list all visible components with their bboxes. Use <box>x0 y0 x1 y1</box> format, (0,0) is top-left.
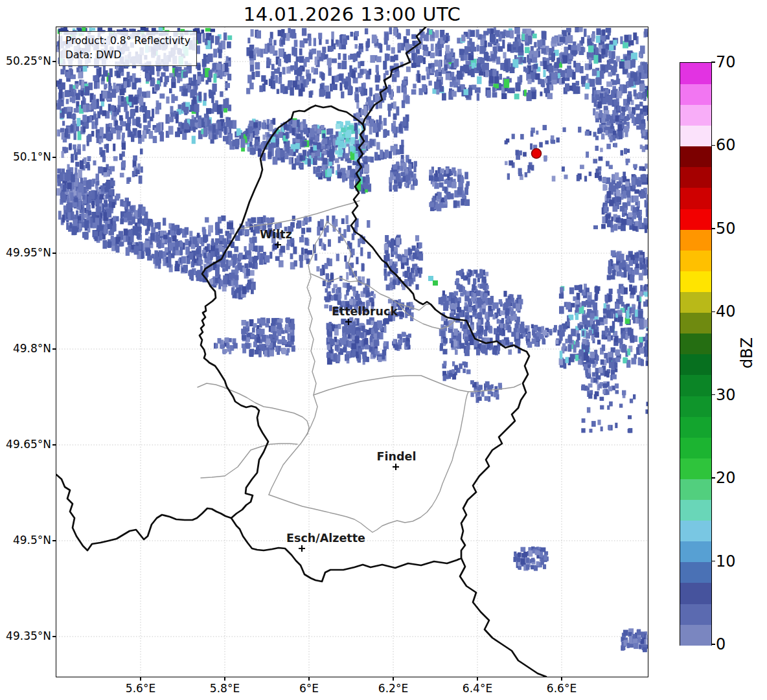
y-tick-mark <box>52 61 56 62</box>
colorbar-tick-mark <box>711 561 715 561</box>
colorbar-tick-mark <box>711 62 715 62</box>
city-label: Ettelbruck <box>332 305 398 318</box>
colorbar-tick-mark <box>711 145 715 146</box>
map-frame: WiltzEttelbruckFindelEsch/Alzette <box>56 27 648 677</box>
colorbar-segment <box>680 209 711 230</box>
colorbar-segment <box>680 229 711 251</box>
city-label: Findel <box>377 450 417 463</box>
x-tick-label: 5.8°E <box>196 682 254 695</box>
colorbar-segment <box>680 167 711 188</box>
colorbar-segment <box>680 416 711 438</box>
colorbar-segment <box>680 250 711 271</box>
x-tick-label: 6.6°E <box>532 682 591 695</box>
colorbar-tick-label: 0 <box>716 637 726 652</box>
colorbar-segment <box>680 583 711 604</box>
y-tick-mark <box>52 157 56 157</box>
colorbar-segment <box>680 520 711 541</box>
colorbar-segment <box>680 375 711 396</box>
colorbar-segment <box>680 125 711 146</box>
colorbar-tick-mark <box>711 644 715 644</box>
x-tick-label: 6.2°E <box>364 682 422 695</box>
x-tick-mark <box>308 677 309 681</box>
colorbar-segment <box>680 146 711 167</box>
x-tick-label: 5.6°E <box>111 682 170 695</box>
y-tick-label: 49.65°N <box>3 438 51 451</box>
y-tick-label: 50.1°N <box>3 150 51 163</box>
city-findel: Findel <box>377 450 417 470</box>
x-tick-label: 6.4°E <box>448 682 507 695</box>
colorbar-tick-mark <box>711 228 715 229</box>
colorbar-tick-label: 20 <box>716 470 736 486</box>
plot-title: 14.01.2026 13:00 UTC <box>56 3 648 25</box>
colorbar-segment <box>680 458 711 479</box>
x-tick-mark <box>224 677 225 681</box>
colorbar <box>680 62 712 646</box>
y-tick-mark <box>52 540 56 541</box>
product-info-box: Product: 0.8° Reflectivity Data: DWD <box>59 31 197 66</box>
colorbar-tick-mark <box>711 477 715 478</box>
colorbar-segment <box>680 354 711 376</box>
colorbar-unit-label: dBZ <box>738 337 756 368</box>
map-layers: WiltzEttelbruckFindelEsch/Alzette <box>56 27 648 677</box>
colorbar-tick-label: 50 <box>716 221 736 236</box>
y-tick-label: 49.35°N <box>3 629 51 642</box>
x-tick-label: 6°E <box>280 682 338 695</box>
colorbar-tick-label: 70 <box>716 54 736 70</box>
colorbar-tick-label: 40 <box>716 304 736 319</box>
x-tick-mark <box>140 677 141 681</box>
y-tick-label: 49.8°N <box>3 342 51 355</box>
data-source-line: Data: DWD <box>65 48 190 62</box>
y-tick-label: 49.95°N <box>3 246 51 259</box>
colorbar-tick-label: 60 <box>716 137 736 153</box>
city-layer: WiltzEttelbruckFindelEsch/Alzette <box>260 228 416 552</box>
colorbar-segment <box>680 396 711 417</box>
colorbar-tick-mark <box>711 311 715 312</box>
weather-radar-figure: 14.01.2026 13:00 UTC WiltzEttelbruckFind… <box>0 0 767 700</box>
colorbar-tick-label: 30 <box>716 387 736 403</box>
city-label: Wiltz <box>260 228 292 241</box>
x-tick-mark <box>393 677 393 681</box>
x-tick-mark <box>561 677 562 681</box>
city-label: Esch/Alzette <box>286 532 365 545</box>
y-tick-mark <box>52 444 56 445</box>
station-marker-dot <box>532 149 542 159</box>
colorbar-segment <box>680 624 711 646</box>
colorbar-segment <box>680 562 711 583</box>
y-tick-label: 50.25°N <box>3 54 51 67</box>
radar-echo-layer <box>56 27 648 652</box>
colorbar-segment <box>680 271 711 292</box>
colorbar-segment <box>680 437 711 458</box>
x-tick-mark <box>477 677 477 681</box>
colorbar-segment <box>680 541 711 562</box>
colorbar-tick-mark <box>711 394 715 395</box>
colorbar-segment <box>680 104 711 126</box>
city-esch-alzette: Esch/Alzette <box>286 532 365 552</box>
radar-map: WiltzEttelbruckFindelEsch/Alzette <box>56 27 648 677</box>
colorbar-segment <box>680 312 711 333</box>
colorbar-segment <box>680 479 711 500</box>
colorbar-segment <box>680 291 711 313</box>
colorbar-segment <box>680 84 711 105</box>
colorbar-tick-label: 10 <box>716 554 736 569</box>
colorbar-segment <box>680 188 711 209</box>
y-tick-mark <box>52 348 56 349</box>
colorbar-segment <box>680 604 711 625</box>
colorbar-segment <box>680 333 711 354</box>
colorbar-segment <box>680 499 711 521</box>
y-tick-label: 49.5°N <box>3 534 51 547</box>
y-tick-mark <box>52 253 56 253</box>
product-line: Product: 0.8° Reflectivity <box>65 34 190 48</box>
y-tick-mark <box>52 636 56 637</box>
colorbar-segment <box>680 63 711 84</box>
